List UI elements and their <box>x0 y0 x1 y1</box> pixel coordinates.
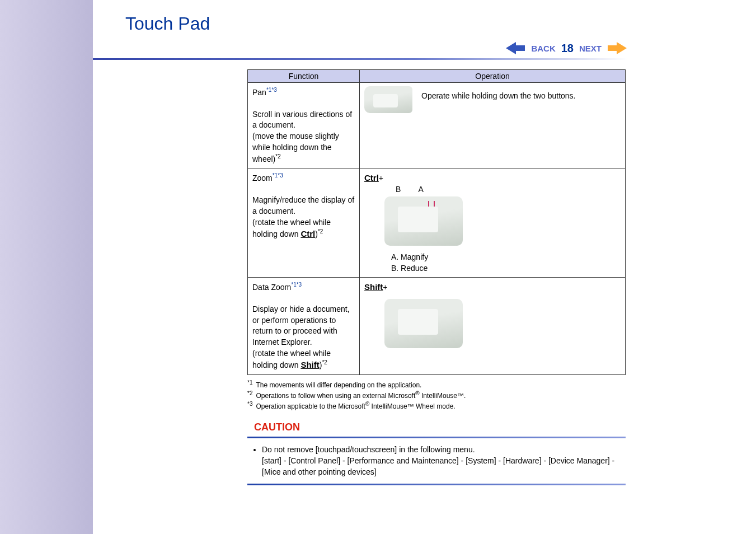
page-title: Touch Pad <box>125 13 210 34</box>
fn-text-c: IntelliMouse™ Wheel mode. <box>369 402 455 410</box>
func-name: Pan <box>252 88 266 97</box>
page-number: 18 <box>561 42 574 55</box>
op-text: Operate while holding down the two butto… <box>421 86 576 102</box>
back-arrow-icon[interactable] <box>505 40 525 56</box>
op-key: Ctrl <box>364 173 379 182</box>
cell-operation: Ctrl+ B A A. Magnify B. Reduce <box>360 168 626 278</box>
fn-text: Operation applicable to the Microsoft <box>256 402 365 410</box>
fn-text: Operations to follow when using an exter… <box>256 392 415 400</box>
op-key: Shift <box>364 282 383 292</box>
op-list-a: A. Magnify <box>391 252 621 263</box>
key-shift: Shift <box>300 360 319 369</box>
caution-line2: [start] - [Control Panel] - [Performance… <box>262 456 614 476</box>
caution-line1: Do not remove [touchpad/touchscreen] in … <box>262 445 475 454</box>
op-list: A. Magnify B. Reduce <box>391 252 621 274</box>
op-plus: + <box>379 174 383 182</box>
nav-row: BACK 18 NEXT <box>505 40 627 56</box>
back-button[interactable]: BACK <box>531 44 555 53</box>
func-sup: *1*3 <box>291 282 302 288</box>
next-arrow-icon[interactable] <box>607 40 627 56</box>
reg-mark: ® <box>415 390 419 396</box>
svg-marker-0 <box>506 42 525 54</box>
op-list-b: B. Reduce <box>391 263 621 274</box>
func-sup: *1*3 <box>273 172 283 179</box>
footnote: *1The movements will differ depending on… <box>247 380 626 389</box>
touchpad-pan-icon <box>364 86 412 113</box>
th-function: Function <box>248 70 360 83</box>
func-desc: Scroll in various directions of a docume… <box>252 110 352 163</box>
op-plus: + <box>383 283 387 292</box>
caution-heading: CAUTION <box>254 421 626 433</box>
touchpad-zoom-icon <box>384 196 463 246</box>
func-desc-sup: *2 <box>318 228 323 235</box>
footnote: *2Operations to follow when using an ext… <box>247 390 626 400</box>
cell-operation: Shift+ <box>360 278 626 374</box>
cell-function: Data Zoom*1*3 Display or hide a document… <box>248 278 360 374</box>
fn-text-b: IntelliMouse™. <box>420 392 466 400</box>
table-row: Pan*1*3 Scroll in various directions of … <box>248 83 626 168</box>
func-sup: *1*3 <box>266 87 277 93</box>
fn-num: *1 <box>247 380 252 386</box>
func-desc-sup: *2 <box>275 153 280 160</box>
table-row: Data Zoom*1*3 Display or hide a document… <box>248 278 626 374</box>
cell-function: Pan*1*3 Scroll in various directions of … <box>248 83 360 168</box>
fn-num: *2 <box>247 390 252 396</box>
func-name: Data Zoom <box>252 283 291 292</box>
footnotes: *1The movements will differ depending on… <box>247 380 626 410</box>
svg-marker-1 <box>608 42 627 54</box>
sidebar <box>0 0 93 534</box>
fn-num: *3 <box>247 401 252 407</box>
fn-text: The movements will differ depending on t… <box>256 381 421 389</box>
caution-box: Do not remove [touchpad/touchscreen] in … <box>247 437 626 485</box>
footnote: *3Operation applicable to the Microsoft®… <box>247 401 626 410</box>
function-table: Function Operation Pan*1*3 Scroll in var… <box>247 69 626 375</box>
func-desc-sup: *2 <box>322 360 327 366</box>
accent-divider <box>93 58 628 60</box>
next-button[interactable]: NEXT <box>579 44 602 53</box>
caution-bullet: Do not remove [touchpad/touchscreen] in … <box>262 444 620 478</box>
func-name: Zoom <box>252 174 273 182</box>
th-operation: Operation <box>360 70 626 83</box>
table-row: Zoom*1*3 Magnify/reduce the display of a… <box>248 168 626 278</box>
touchpad-datazoom-icon <box>384 299 463 348</box>
labels-ba: B A <box>396 184 621 195</box>
cell-function: Zoom*1*3 Magnify/reduce the display of a… <box>248 168 360 278</box>
main-content: Function Operation Pan*1*3 Scroll in var… <box>247 69 626 485</box>
key-ctrl: Ctrl <box>300 229 315 238</box>
cell-operation: Operate while holding down the two butto… <box>360 83 626 168</box>
